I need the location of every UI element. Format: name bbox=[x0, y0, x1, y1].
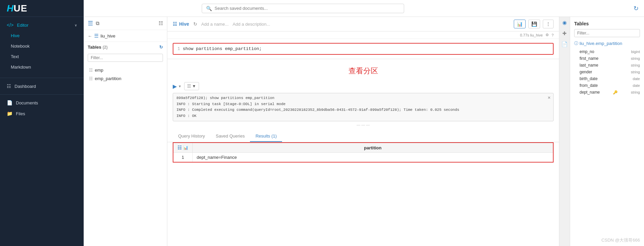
log-line-2: INFO : Completed executing command(query… bbox=[176, 107, 550, 113]
table-grid-icon: ☷ bbox=[89, 68, 93, 73]
rp-field-gender: gender string bbox=[574, 69, 640, 75]
editor-code-wrapper: 1 show partitions emp_partition; bbox=[167, 39, 559, 59]
results-table: ☷ 📊 partition 1 dept_name=F bbox=[173, 142, 554, 163]
file-panel: ☰ ⧉ ☷ ← ☰ liu_hive Tables (2) ↻ ☷ bbox=[84, 17, 167, 246]
table-item-emp[interactable]: ☷ emp bbox=[84, 66, 167, 74]
sidebar-files-label: Files bbox=[16, 111, 25, 116]
rp-filter-input[interactable] bbox=[574, 29, 640, 37]
save-btn[interactable]: 💾 bbox=[528, 20, 540, 28]
editor-toolbar-right: 📊 💾 ⋮ bbox=[514, 20, 554, 28]
back-arrow-icon[interactable]: ← bbox=[88, 33, 92, 39]
sidebar-item-hive[interactable]: Hive bbox=[0, 30, 84, 41]
bottom-tabs: Query History Saved Queries Results (1) bbox=[167, 131, 559, 142]
dashboard-icon: ☷ bbox=[7, 83, 11, 89]
th-grid-icon[interactable]: ☷ bbox=[177, 145, 182, 150]
tables-label: Tables bbox=[88, 45, 101, 50]
sidebar-doc-icon[interactable]: 📄 bbox=[561, 41, 568, 47]
sidebar-target-icon[interactable]: ◉ bbox=[562, 20, 567, 26]
log-line-0: 899a5f20f128); show partitions emp_parti… bbox=[176, 95, 550, 101]
rp-field-name-dept: dept_name bbox=[580, 90, 600, 95]
help-icon[interactable]: ? bbox=[552, 33, 554, 37]
tables-filter-input[interactable] bbox=[88, 54, 163, 62]
editor-desc-placeholder[interactable]: Add a description... bbox=[233, 22, 270, 27]
tab-results[interactable]: Results (1) bbox=[250, 131, 282, 142]
row-value: dept_name=Finance bbox=[193, 153, 554, 163]
tables-count: (2) bbox=[103, 45, 108, 50]
chart-btn[interactable]: 📊 bbox=[514, 20, 526, 28]
tables-header: Tables (2) ↻ bbox=[84, 42, 167, 52]
query-text: show partitions emp_partition; bbox=[183, 46, 262, 51]
editor-name-placeholder[interactable]: Add a name... bbox=[201, 22, 229, 27]
table-emp-partition-name: emp_partition bbox=[95, 76, 121, 81]
result-view-btn[interactable]: ☷ ▼ bbox=[184, 82, 199, 90]
sidebar-markdown-label: Markdown bbox=[11, 65, 31, 70]
logo-ue: UE bbox=[13, 3, 27, 14]
rp-field-name-emp-no: emp_no bbox=[580, 49, 594, 54]
rp-field-type-gender: string bbox=[631, 70, 640, 74]
editor-history-icon[interactable]: ↻ bbox=[193, 21, 197, 27]
editor-lang-label: Hive bbox=[179, 21, 189, 27]
run-controls: ▶ ▼ ☷ ▼ bbox=[167, 79, 559, 93]
tab-saved-queries[interactable]: Saved Queries bbox=[210, 131, 250, 142]
sidebar-item-markdown[interactable]: Markdown bbox=[0, 62, 84, 72]
dropdown-icon: ▼ bbox=[178, 84, 181, 88]
sidebar-documents-label: Documents bbox=[16, 100, 38, 105]
log-close-icon[interactable]: ✕ bbox=[548, 95, 551, 100]
sidebar-hive-label: Hive bbox=[11, 33, 20, 38]
refresh-icon[interactable]: ↻ bbox=[634, 5, 639, 12]
file-panel-toolbar: ☰ ⧉ ☷ bbox=[84, 17, 167, 30]
row-number: 1 bbox=[173, 153, 193, 163]
sidebar-item-editor[interactable]: </> Editor ∨ bbox=[0, 20, 84, 30]
sidebar-item-dashboard[interactable]: ☷ Dashboard bbox=[0, 81, 84, 92]
more-btn[interactable]: ⋮ bbox=[543, 20, 554, 28]
search-input[interactable] bbox=[215, 6, 400, 11]
results-area: ☷ 📊 partition 1 dept_name=F bbox=[167, 142, 559, 246]
rp-field-from-date: from_date date bbox=[574, 82, 640, 89]
sidebar-item-documents[interactable]: 📄 Documents bbox=[0, 97, 84, 108]
sidebar-notebook-label: Notebook bbox=[11, 44, 30, 49]
topbar: 🔍 ↻ bbox=[84, 0, 644, 17]
refresh-tables-icon[interactable]: ↻ bbox=[159, 45, 163, 50]
code-box[interactable]: 1 show partitions emp_partition; bbox=[173, 43, 554, 55]
rp-field-first-name: first_name string bbox=[574, 55, 640, 62]
documents-icon: 📄 bbox=[7, 100, 12, 105]
editor-panel: ☷ Hive ↻ Add a name... Add a description… bbox=[167, 17, 559, 246]
search-icon: 🔍 bbox=[206, 6, 212, 11]
chinese-title: 查看分区 bbox=[167, 59, 559, 79]
table-item-emp-partition[interactable]: ☷ emp_partition bbox=[84, 74, 167, 83]
log-separator: — — — bbox=[167, 121, 559, 128]
run-button[interactable]: ▶ ▼ bbox=[173, 83, 181, 90]
log-panel: ✕ 899a5f20f128); show partitions emp_par… bbox=[173, 93, 554, 121]
table-row: 1 dept_name=Finance bbox=[173, 153, 553, 163]
rp-field-type-from: date bbox=[633, 83, 640, 88]
rp-field-dept-name: dept_name 🔑 string bbox=[574, 89, 640, 96]
sidebar-item-notebook[interactable]: Notebook bbox=[0, 41, 84, 51]
sidebar-item-text[interactable]: Text bbox=[0, 51, 84, 62]
sidebar-divider-2 bbox=[0, 94, 84, 95]
rp-field-name-last: last_name bbox=[580, 63, 598, 68]
main-area: 🔍 ↻ ☰ ⧉ ☷ ← ☰ liu_hive Tables (2) bbox=[84, 0, 644, 246]
topbar-right: ↻ bbox=[634, 5, 639, 12]
log-line-3: INFO : OK bbox=[176, 113, 550, 119]
editor-lang: ☷ Hive bbox=[173, 21, 189, 27]
sidebar-divider-1 bbox=[0, 78, 84, 78]
file-panel-extra-icon[interactable]: ☷ bbox=[159, 20, 163, 26]
settings-icon[interactable]: ⚙ bbox=[545, 33, 549, 37]
files-icon: 📁 bbox=[7, 111, 12, 116]
database-stack-icon[interactable]: ☰ bbox=[88, 20, 93, 27]
sidebar-expand-icon[interactable]: ✚ bbox=[562, 30, 567, 36]
copy-icon[interactable]: ⧉ bbox=[96, 20, 100, 26]
rp-field-type-first: string bbox=[631, 56, 640, 60]
search-box[interactable]: 🔍 bbox=[202, 4, 404, 13]
rp-field-name-from: from_date bbox=[580, 83, 598, 88]
sidebar-item-files[interactable]: 📁 Files bbox=[0, 108, 84, 119]
table-grid-icon-2: ☷ bbox=[89, 76, 93, 81]
file-panel-db[interactable]: ← ☰ liu_hive bbox=[84, 30, 167, 42]
chevron-icon: ∨ bbox=[75, 23, 77, 27]
rp-field-type-last: string bbox=[631, 63, 640, 67]
rp-filter bbox=[574, 29, 640, 41]
rp-field-type-dept: string bbox=[631, 90, 640, 94]
th-chart-icon[interactable]: 📊 bbox=[183, 145, 188, 150]
rp-field-emp-no: emp_no bigint bbox=[574, 48, 640, 55]
tab-query-history[interactable]: Query History bbox=[173, 131, 210, 142]
